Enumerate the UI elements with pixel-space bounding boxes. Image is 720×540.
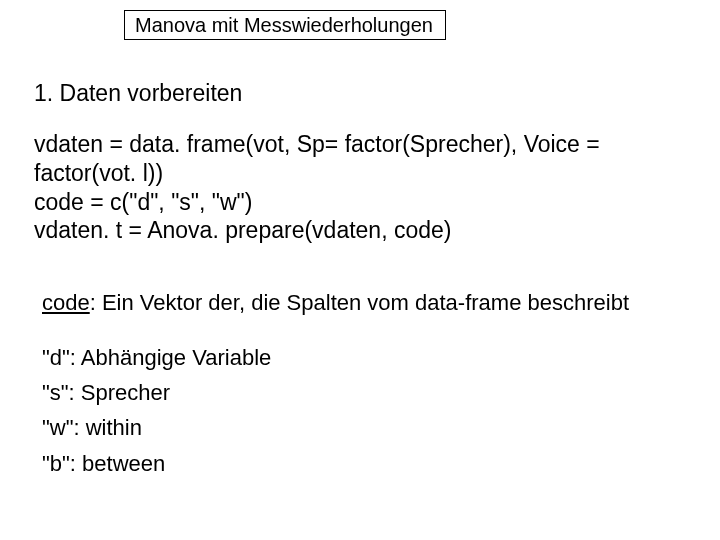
code-description: code: Ein Vektor der, die Spalten vom da… [42,290,682,316]
slide: Manova mit Messwiederholungen 1. Daten v… [0,0,720,540]
slide-title: Manova mit Messwiederholungen [135,14,433,37]
code-desc-text: : Ein Vektor der, die Spalten vom data-f… [90,290,629,315]
def-d: "d": Abhängige Variable [42,340,271,375]
section-heading: 1. Daten vorbereiten [34,80,242,107]
def-s: "s": Sprecher [42,375,271,410]
code-line-3: vdaten. t = Anova. prepare(vdaten, code) [34,217,451,243]
def-b: "b": between [42,446,271,481]
code-term: code [42,290,90,315]
code-line-1: vdaten = data. frame(vot, Sp= factor(Spr… [34,131,606,186]
code-definitions: "d": Abhängige Variable "s": Sprecher "w… [42,340,271,481]
code-line-2: code = c("d", "s", "w") [34,189,252,215]
def-w: "w": within [42,410,271,445]
code-block: vdaten = data. frame(vot, Sp= factor(Spr… [34,130,674,245]
title-box: Manova mit Messwiederholungen [124,10,446,40]
